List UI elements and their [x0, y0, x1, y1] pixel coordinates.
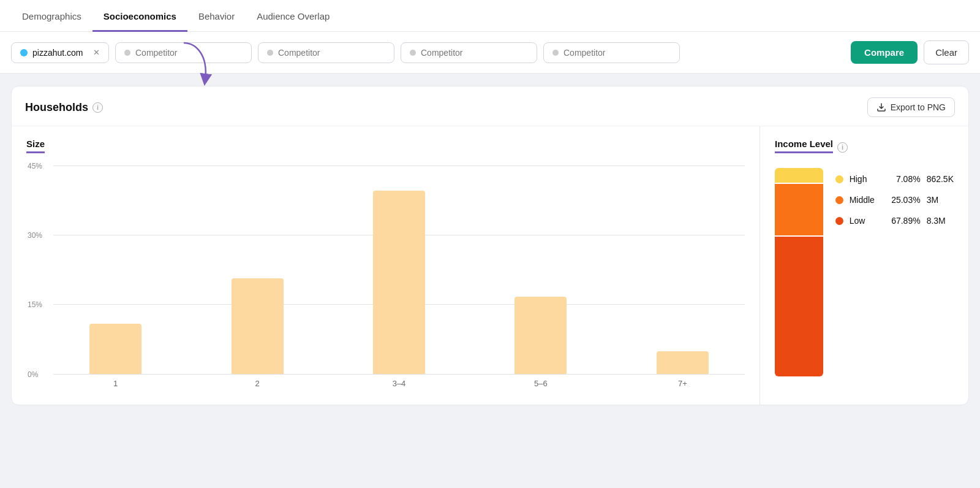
competitor-field-1[interactable] — [135, 48, 243, 58]
clear-button[interactable]: Clear — [924, 40, 969, 64]
legend-item-middle: Middle 25.03% 3M — [835, 195, 954, 205]
income-section: Income Level i High — [760, 126, 968, 405]
legend-count-low: 8.3M — [927, 216, 946, 226]
domain-dot-icon — [20, 49, 28, 56]
legend-label-middle: Middle — [850, 195, 881, 205]
income-segment-middle — [775, 184, 823, 237]
bar-group-2 — [195, 278, 319, 374]
bar-group-3 — [337, 191, 461, 374]
bar-2 — [232, 278, 284, 374]
income-info-icon[interactable]: i — [837, 142, 848, 153]
x-label-3: 3–4 — [337, 379, 461, 388]
card-info-icon[interactable]: i — [92, 102, 103, 113]
income-segment-high — [775, 168, 823, 184]
stacked-bar-container: High 7.08% 862.5K Middle 25.03% 3M — [775, 168, 954, 376]
competitor-input-4[interactable] — [543, 42, 680, 63]
competitor-input-2[interactable] — [258, 42, 394, 63]
size-title: Size — [26, 139, 45, 153]
income-title-row: Income Level i — [775, 139, 954, 156]
bar-5 — [657, 351, 709, 374]
competitor-field-4[interactable] — [564, 48, 671, 58]
legend-dot-middle — [835, 196, 843, 204]
legend-pct-middle: 25.03% — [888, 195, 921, 205]
domain-label: pizzahut.com — [32, 48, 86, 58]
compare-button[interactable]: Compare — [851, 41, 918, 64]
legend-label-low: Low — [850, 216, 881, 226]
x-label-2: 2 — [195, 379, 319, 388]
income-legend: High 7.08% 862.5K Middle 25.03% 3M — [835, 174, 954, 226]
legend-label-high: High — [850, 174, 881, 184]
income-segment-low — [775, 237, 823, 376]
card-title: Households i — [25, 101, 103, 114]
x-label-4: 5–6 — [478, 379, 603, 388]
bar-group-5 — [620, 351, 745, 374]
size-section: Size 45% 30% 15% — [12, 126, 760, 405]
tab-socioeconomics[interactable]: Socioeconomics — [92, 0, 187, 32]
x-label-1: 1 — [53, 379, 178, 388]
competitor-field-2[interactable] — [278, 48, 385, 58]
card-header: Households i Export to PNG — [12, 86, 968, 126]
competitor-input-3[interactable] — [401, 42, 537, 63]
bar-3 — [373, 191, 425, 374]
bars-container — [26, 166, 745, 374]
toolbar: pizzahut.com ✕ Compare Clear — [0, 32, 980, 74]
domain-close-icon[interactable]: ✕ — [93, 48, 100, 57]
households-card: Households i Export to PNG Size — [11, 86, 969, 405]
main-content: Households i Export to PNG Size — [0, 74, 980, 417]
legend-item-low: Low 67.89% 8.3M — [835, 216, 954, 226]
competitor-dot-2 — [267, 50, 273, 56]
income-title: Income Level — [775, 139, 833, 153]
bar-4 — [514, 297, 567, 374]
legend-count-middle: 3M — [927, 195, 938, 205]
bar-1 — [89, 324, 141, 374]
tab-audience-overlap[interactable]: Audience Overlap — [246, 0, 341, 32]
legend-dot-low — [835, 217, 843, 225]
x-label-5: 7+ — [620, 379, 745, 388]
bar-chart: 45% 30% 15% 0% — [26, 166, 745, 398]
competitor-dot-4 — [552, 50, 559, 56]
competitor-field-3[interactable] — [421, 48, 528, 58]
nav-tabs: Demographics Socioeconomics Behavior Aud… — [0, 0, 980, 32]
legend-dot-high — [835, 175, 843, 183]
x-axis-labels: 1 2 3–4 5–6 7+ — [26, 379, 745, 388]
competitor-dot-3 — [410, 50, 416, 56]
export-label: Export to PNG — [891, 102, 946, 112]
bar-group-1 — [53, 324, 178, 374]
legend-count-high: 862.5K — [927, 174, 954, 184]
legend-pct-low: 67.89% — [888, 216, 921, 226]
bar-group-4 — [478, 297, 603, 374]
competitor-input-1[interactable] — [115, 42, 252, 63]
export-button[interactable]: Export to PNG — [867, 97, 955, 117]
income-stacked-bar — [775, 168, 823, 376]
tab-demographics[interactable]: Demographics — [11, 0, 92, 32]
card-title-text: Households — [25, 101, 88, 114]
tab-behavior[interactable]: Behavior — [187, 0, 246, 32]
export-icon — [876, 102, 886, 112]
domain-chip: pizzahut.com ✕ — [11, 42, 109, 63]
competitor-dot-1 — [124, 50, 130, 56]
card-body: Size 45% 30% 15% — [12, 126, 968, 405]
legend-pct-high: 7.08% — [888, 174, 921, 184]
legend-item-high: High 7.08% 862.5K — [835, 174, 954, 184]
